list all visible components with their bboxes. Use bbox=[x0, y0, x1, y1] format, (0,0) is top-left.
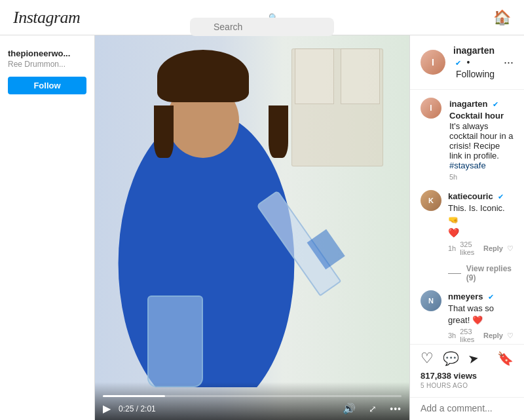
katie-avatar: K bbox=[421, 190, 441, 211]
sidebar-user-card: thepioneerwo... Ree Drummon... Follow bbox=[8, 48, 86, 94]
caption-body: inagarten ✔ Cocktail hour It's always co… bbox=[449, 98, 514, 181]
post-author-avatar: I bbox=[421, 50, 445, 75]
action-icons-row: ♡ 💬 ➤ 🔖 bbox=[421, 350, 514, 367]
katie-likes: 325 likes bbox=[460, 240, 479, 256]
following-label[interactable]: Following bbox=[456, 69, 495, 79]
caption-verified: ✔ bbox=[493, 100, 498, 108]
nmeyers-verified: ✔ bbox=[488, 293, 494, 301]
time-display: 0:25 / 2:01 bbox=[119, 404, 335, 413]
nmeyers-avatar: N bbox=[421, 290, 441, 311]
nmeyers-time: 3h bbox=[448, 332, 456, 339]
home-icon[interactable]: 🏠 bbox=[493, 9, 511, 26]
sidebar-username: thepioneerwo... bbox=[8, 48, 86, 58]
progress-bar[interactable] bbox=[103, 395, 402, 397]
verified-icon: ✔ bbox=[455, 59, 461, 67]
video-controls: ▶ 0:25 / 2:01 🔊 ⤢ ••• bbox=[95, 382, 409, 420]
caption-comment: I inagarten ✔ Cocktail hour It's always … bbox=[421, 98, 514, 181]
share-button[interactable]: ➤ bbox=[467, 350, 480, 366]
main-container: thepioneerwo... Ree Drummon... Follow bbox=[0, 35, 524, 420]
fullscreen-button[interactable]: ⤢ bbox=[369, 404, 377, 414]
bookmark-button[interactable]: 🔖 bbox=[497, 351, 514, 366]
katie-time: 1h bbox=[448, 244, 456, 252]
video-panel: ▶ 0:25 / 2:01 🔊 ⤢ ••• bbox=[95, 35, 409, 420]
comments-scroll-area[interactable]: I inagarten ✔ Cocktail hour It's always … bbox=[410, 90, 524, 344]
katie-heart-icon[interactable]: ♡ bbox=[507, 244, 514, 253]
katie-comment-body: katiecouric ✔ This. Is. Iconic. 🤜 ❤️ 1h … bbox=[448, 190, 514, 256]
progress-fill bbox=[103, 395, 165, 397]
nmeyers-likes: 253 likes bbox=[460, 328, 479, 343]
follow-button[interactable]: Follow bbox=[8, 77, 86, 94]
comment-button[interactable]: 💬 bbox=[443, 351, 459, 366]
comment-row: N nmeyers ✔ That was so great! ❤️ 3h 253… bbox=[421, 290, 514, 343]
nmeyers-username[interactable]: nmeyers bbox=[448, 292, 483, 301]
katie-meta: 1h 325 likes Reply ♡ bbox=[448, 240, 514, 256]
post-header: I inagarten ✔ • Following ··· bbox=[410, 35, 524, 90]
katie-username[interactable]: katiecouric bbox=[448, 191, 493, 201]
katie-verified: ✔ bbox=[498, 193, 504, 200]
nmeyers-comment-body: nmeyers ✔ That was so great! ❤️ 3h 253 l… bbox=[448, 290, 514, 343]
add-comment-input[interactable] bbox=[421, 403, 524, 413]
controls-row: ▶ 0:25 / 2:01 🔊 ⤢ ••• bbox=[103, 402, 402, 415]
heart-emoji: ❤️ bbox=[448, 227, 459, 238]
sidebar-realname: Ree Drummon... bbox=[8, 60, 86, 69]
comments-panel: I inagarten ✔ • Following ··· I inagarte… bbox=[409, 35, 524, 420]
volume-button[interactable]: 🔊 bbox=[343, 402, 356, 415]
instagram-logo: Instagram bbox=[13, 8, 80, 28]
search-input[interactable] bbox=[190, 18, 334, 36]
katie-reply-button[interactable]: Reply bbox=[483, 244, 503, 252]
nmeyers-comment-text: That was so great! ❤️ bbox=[448, 303, 494, 325]
add-comment-row: Post bbox=[410, 397, 524, 420]
caption-title-text: Cocktail hour bbox=[449, 111, 504, 121]
nmeyers-heart-icon[interactable]: ♡ bbox=[507, 332, 514, 340]
comment-row: K katiecouric ✔ This. Is. Iconic. 🤜 ❤️ 1… bbox=[421, 190, 514, 256]
post-header-info: inagarten ✔ • Following bbox=[453, 45, 504, 80]
post-author-username[interactable]: inagarten bbox=[453, 45, 495, 56]
caption-author-avatar: I bbox=[421, 98, 441, 119]
more-options-icon[interactable]: ··· bbox=[504, 56, 514, 69]
dot-separator: • bbox=[466, 57, 470, 67]
views-count: 817,838 views bbox=[421, 371, 514, 381]
sidebar: thepioneerwo... Ree Drummon... Follow bbox=[0, 35, 95, 420]
katie-text: This. Is. Iconic. 🤜 bbox=[448, 203, 505, 225]
actions-bar: ♡ 💬 ➤ 🔖 817,838 views 5 HOURS AGO bbox=[410, 344, 524, 397]
more-video-button[interactable]: ••• bbox=[390, 404, 402, 414]
caption-username[interactable]: inagarten bbox=[449, 99, 488, 109]
nmeyers-meta: 3h 253 likes Reply ♡ bbox=[448, 328, 514, 343]
post-time: 5 HOURS AGO bbox=[421, 382, 514, 389]
hashtag[interactable]: #staysafe bbox=[449, 161, 486, 170]
caption-time: 5h bbox=[449, 173, 514, 181]
katie-view-replies-text[interactable]: View replies (9) bbox=[466, 264, 514, 282]
caption-text: It's always cocktail hour in a crisis! R… bbox=[449, 121, 514, 170]
view-replies-line bbox=[448, 273, 461, 274]
like-button[interactable]: ♡ bbox=[421, 350, 434, 367]
play-button[interactable]: ▶ bbox=[103, 402, 111, 415]
header: Instagram 🔍 🏠 bbox=[0, 0, 524, 35]
katie-view-replies[interactable]: View replies (9) bbox=[448, 264, 514, 282]
nmeyers-reply-button[interactable]: Reply bbox=[483, 332, 503, 339]
